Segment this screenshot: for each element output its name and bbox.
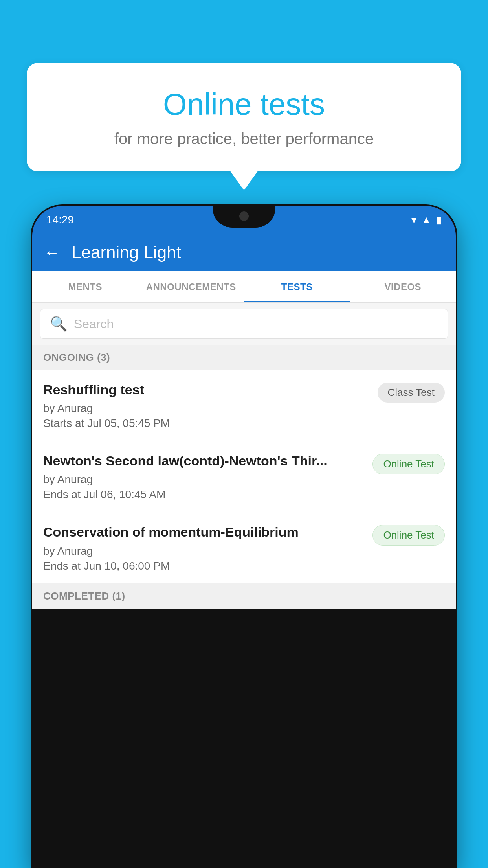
notch xyxy=(213,206,275,228)
test-by-2: by Anurag xyxy=(43,473,365,486)
tab-ments[interactable]: MENTS xyxy=(32,271,138,302)
phone-frame: 14:29 ▾ ▲ ▮ ← Learning Light MENTS ANNOU… xyxy=(31,204,457,868)
completed-header-text: COMPLETED (1) xyxy=(43,590,125,602)
test-time-3: Ends at Jun 10, 06:00 PM xyxy=(43,560,365,572)
app-header: ← Learning Light xyxy=(32,234,456,271)
tab-tests[interactable]: TESTS xyxy=(244,271,350,302)
search-icon: 🔍 xyxy=(50,316,68,332)
test-item[interactable]: Newton's Second law(contd)-Newton's Thir… xyxy=(32,441,456,512)
test-info-3: Conservation of momentum-Equilibrium by … xyxy=(43,523,365,572)
test-list: Reshuffling test by Anurag Starts at Jul… xyxy=(32,370,456,584)
speech-bubble-subtitle: for more practice, better performance xyxy=(42,130,446,148)
status-time: 14:29 xyxy=(46,213,74,226)
test-info-1: Reshuffling test by Anurag Starts at Jul… xyxy=(43,381,370,430)
test-name-1: Reshuffling test xyxy=(43,381,370,398)
test-time-1: Starts at Jul 05, 05:45 PM xyxy=(43,417,370,430)
test-badge-1: Class Test xyxy=(378,383,445,403)
completed-section-header: COMPLETED (1) xyxy=(32,584,456,609)
test-by-3: by Anurag xyxy=(43,545,365,557)
speech-bubble-title: Online tests xyxy=(42,86,446,122)
search-input-wrap[interactable]: 🔍 Search xyxy=(40,309,448,339)
ongoing-header-text: ONGOING (3) xyxy=(43,351,110,363)
test-name-2: Newton's Second law(contd)-Newton's Thir… xyxy=(43,452,365,469)
back-button[interactable]: ← xyxy=(44,244,60,261)
signal-icon: ▲ xyxy=(421,214,431,226)
camera-dot xyxy=(239,211,249,221)
test-badge-2: Online Test xyxy=(372,454,445,474)
test-badge-3: Online Test xyxy=(372,525,445,546)
wifi-icon: ▾ xyxy=(411,214,416,226)
ongoing-section-header: ONGOING (3) xyxy=(32,345,456,370)
tabs-bar: MENTS ANNOUNCEMENTS TESTS VIDEOS xyxy=(32,271,456,303)
test-info-2: Newton's Second law(contd)-Newton's Thir… xyxy=(43,452,365,501)
tab-videos[interactable]: VIDEOS xyxy=(350,271,456,302)
search-bar: 🔍 Search xyxy=(32,303,456,345)
tab-announcements[interactable]: ANNOUNCEMENTS xyxy=(138,271,244,302)
phone-inner: 14:29 ▾ ▲ ▮ ← Learning Light MENTS ANNOU… xyxy=(32,206,456,866)
status-bar: 14:29 ▾ ▲ ▮ xyxy=(32,206,456,234)
status-icons: ▾ ▲ ▮ xyxy=(411,214,442,226)
battery-icon: ▮ xyxy=(436,214,442,226)
test-time-2: Ends at Jul 06, 10:45 AM xyxy=(43,488,365,501)
test-by-1: by Anurag xyxy=(43,402,370,415)
speech-bubble: Online tests for more practice, better p… xyxy=(27,63,461,171)
app-title: Learning Light xyxy=(72,243,181,262)
search-placeholder: Search xyxy=(74,317,114,331)
test-item[interactable]: Reshuffling test by Anurag Starts at Jul… xyxy=(32,370,456,441)
test-name-3: Conservation of momentum-Equilibrium xyxy=(43,523,365,541)
test-item[interactable]: Conservation of momentum-Equilibrium by … xyxy=(32,512,456,583)
